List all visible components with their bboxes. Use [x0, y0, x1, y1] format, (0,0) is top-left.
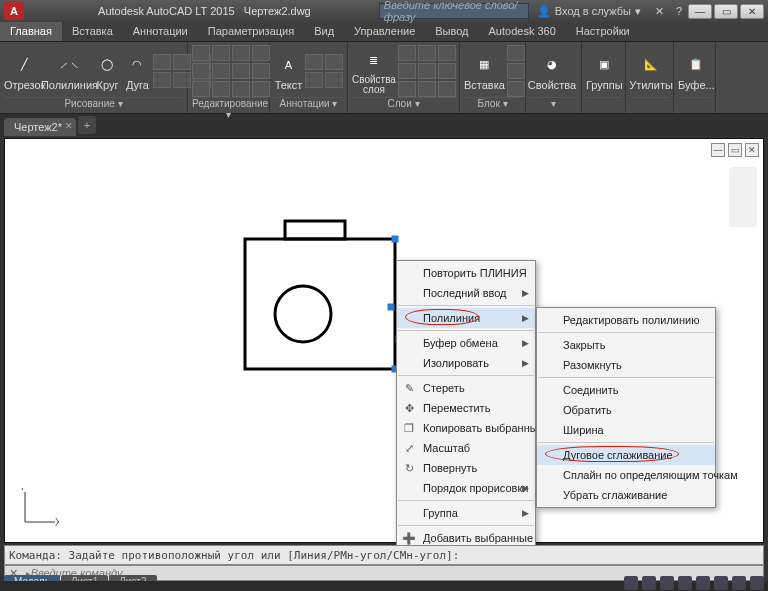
exchange-icon[interactable]: ✕: [655, 5, 664, 18]
menu-item[interactable]: ❐Копировать выбранные: [397, 418, 535, 438]
menu-item[interactable]: Редактировать полилинию: [537, 310, 715, 330]
menu-item[interactable]: Дуговое сглаживание: [537, 445, 715, 465]
panel-modify: Редактирование ▾: [188, 42, 270, 113]
help-search-input[interactable]: Введите ключевое слово/фразу: [379, 3, 529, 19]
tab-output[interactable]: Вывод: [425, 22, 478, 41]
text-button[interactable]: AТекст: [274, 46, 303, 96]
properties-button[interactable]: ◕Свойства: [530, 46, 574, 96]
panel-modify-title[interactable]: Редактирование ▾: [192, 97, 265, 111]
window-title: Autodesk AutoCAD LT 2015 Чертеж2.dwg: [30, 5, 379, 17]
utilities-button[interactable]: 📐Утилиты: [630, 46, 672, 96]
layers-icon: ≣: [360, 47, 388, 75]
menu-item[interactable]: Порядок прорисовки▶: [397, 478, 535, 498]
menu-item[interactable]: ✥Переместить: [397, 398, 535, 418]
panel-layers: ≣Свойства слоя Слои ▾: [348, 42, 460, 113]
menu-item[interactable]: ✎Стереть: [397, 378, 535, 398]
ribbon: ╱Отрезок ⟋⟍Полилиния ◯Круг ◠Дуга Рисован…: [0, 42, 768, 114]
panel-annot-title[interactable]: Аннотации ▾: [274, 97, 343, 111]
doc-tab[interactable]: Чертеж2*✕: [4, 118, 76, 136]
panel-groups: ▣Группы: [582, 42, 626, 113]
tab-settings[interactable]: Настройки: [566, 22, 640, 41]
insert-icon: ▦: [470, 51, 498, 79]
tab-manage[interactable]: Управление: [344, 22, 425, 41]
menu-item[interactable]: ↻Повернуть: [397, 458, 535, 478]
polyline-icon: ⟋⟍: [55, 51, 83, 79]
menu-item[interactable]: Закрыть: [537, 335, 715, 355]
arc-button[interactable]: ◠Дуга: [123, 46, 151, 96]
insert-button[interactable]: ▦Вставка: [464, 46, 505, 96]
line-icon: ╱: [11, 51, 39, 79]
tab-annotate[interactable]: Аннотации: [123, 22, 198, 41]
command-history-line: Команда: Задайте противоположный угол ил…: [4, 545, 764, 565]
panel-props-title[interactable]: ▾: [530, 97, 577, 111]
svg-rect-0: [285, 221, 345, 239]
canvas-corner-controls[interactable]: —▭✕: [711, 143, 759, 157]
minimize-button[interactable]: —: [688, 4, 712, 19]
context-menu[interactable]: Повторить ПЛИНИЯПоследний ввод▶Полилиния…: [396, 260, 536, 591]
svg-text:X: X: [55, 517, 59, 528]
ucs-icon: YX: [19, 488, 59, 528]
panel-draw: ╱Отрезок ⟋⟍Полилиния ◯Круг ◠Дуга Рисован…: [0, 42, 188, 113]
help-icon[interactable]: ?: [676, 5, 682, 17]
panel-block: ▦Вставка Блок ▾: [460, 42, 526, 113]
tab-insert[interactable]: Вставка: [62, 22, 123, 41]
panel-clipboard: 📋Буфе...: [674, 42, 716, 113]
menu-item[interactable]: Обратить: [537, 400, 715, 420]
status-icons[interactable]: [624, 575, 764, 591]
menu-item[interactable]: Убрать сглаживание: [537, 485, 715, 505]
close-button[interactable]: ✕: [740, 4, 764, 19]
panel-block-title[interactable]: Блок ▾: [464, 97, 521, 111]
text-icon: A: [275, 51, 303, 79]
panel-properties: ◕Свойства ▾: [526, 42, 582, 113]
close-tab-icon[interactable]: ✕: [65, 121, 73, 131]
menu-item[interactable]: Буфер обмена▶: [397, 333, 535, 353]
menu-item[interactable]: Повторить ПЛИНИЯ: [397, 263, 535, 283]
clipboard-button[interactable]: 📋Буфе...: [678, 46, 715, 96]
arc-icon: ◠: [123, 51, 151, 79]
ribbon-tabs: Главная Вставка Аннотации Параметризация…: [0, 22, 768, 42]
panel-layers-title[interactable]: Слои ▾: [352, 97, 455, 111]
groups-button[interactable]: ▣Группы: [586, 46, 623, 96]
tab-home[interactable]: Главная: [0, 22, 62, 41]
menu-item[interactable]: Полилиния▶: [397, 308, 535, 328]
view-cube[interactable]: [729, 167, 757, 227]
svg-text:Y: Y: [19, 488, 26, 492]
menu-item[interactable]: Группа▶: [397, 503, 535, 523]
app-logo[interactable]: A: [4, 2, 24, 20]
measure-icon: 📐: [637, 51, 665, 79]
panel-draw-title[interactable]: Рисование ▾: [4, 97, 183, 111]
menu-item[interactable]: Разомкнуть: [537, 355, 715, 375]
svg-rect-1: [245, 239, 395, 369]
panel-annotation: AТекст Аннотации ▾: [270, 42, 348, 113]
color-wheel-icon: ◕: [538, 51, 566, 79]
menu-item[interactable]: Изолировать▶: [397, 353, 535, 373]
tab-view[interactable]: Вид: [304, 22, 344, 41]
menu-item[interactable]: ⤢Масштаб: [397, 438, 535, 458]
circle-icon: ◯: [93, 51, 121, 79]
new-tab-button[interactable]: +: [78, 116, 96, 134]
maximize-button[interactable]: ▭: [714, 4, 738, 19]
context-submenu-polyline[interactable]: Редактировать полилиниюЗакрытьРазомкнуть…: [536, 307, 716, 508]
group-icon: ▣: [590, 51, 618, 79]
panel-utilities: 📐Утилиты: [626, 42, 674, 113]
document-tabs: Чертеж2*✕ +: [0, 114, 768, 136]
sign-in-button[interactable]: 👤 Вход в службы ▾: [537, 5, 641, 18]
circle-button[interactable]: ◯Круг: [93, 46, 121, 96]
polyline-button[interactable]: ⟋⟍Полилиния: [47, 46, 91, 96]
menu-item[interactable]: Ширина: [537, 420, 715, 440]
menu-item[interactable]: Последний ввод▶: [397, 283, 535, 303]
line-button[interactable]: ╱Отрезок: [4, 46, 45, 96]
title-bar: A Autodesk AutoCAD LT 2015 Чертеж2.dwg В…: [0, 0, 768, 22]
paste-icon: 📋: [682, 51, 710, 79]
menu-item[interactable]: Соединить: [537, 380, 715, 400]
menu-item[interactable]: Сплайн по определяющим точкам: [537, 465, 715, 485]
svg-point-2: [275, 286, 331, 342]
layer-props-button[interactable]: ≣Свойства слоя: [352, 46, 396, 96]
tab-parametric[interactable]: Параметризация: [198, 22, 304, 41]
tab-a360[interactable]: Autodesk 360: [479, 22, 566, 41]
